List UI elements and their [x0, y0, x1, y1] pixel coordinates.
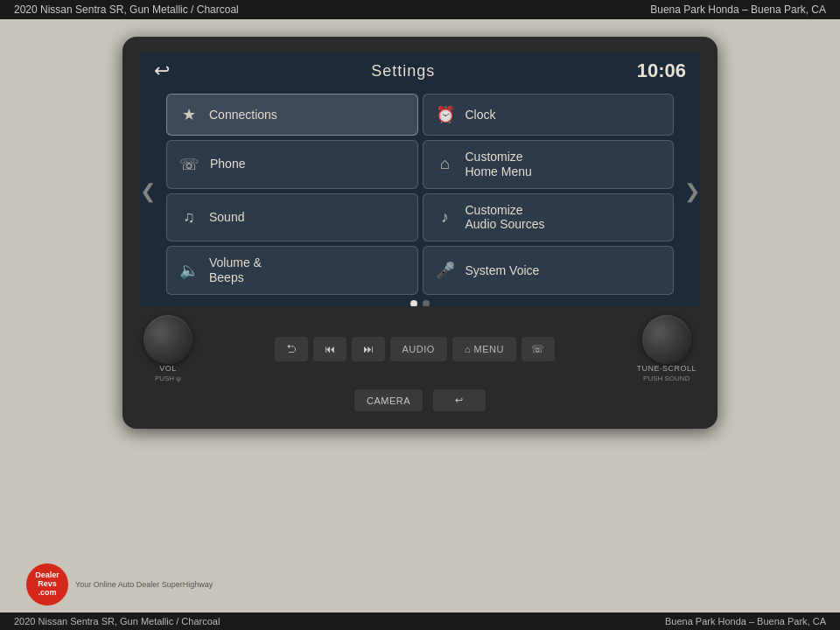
vol-knob[interactable]: [144, 315, 192, 364]
dot-1: [410, 300, 417, 306]
menu-item-system-voice[interactable]: 🎤 System Voice: [423, 246, 675, 295]
back-button[interactable]: ↩: [154, 60, 170, 82]
screen-header: ↩ Settings 10:06: [140, 52, 700, 89]
menu-item-customize-audio[interactable]: ♪ CustomizeAudio Sources: [423, 193, 675, 242]
menu-item-connections[interactable]: ★︎ Connections: [166, 94, 418, 136]
menu-item-clock[interactable]: ⏰ Clock: [423, 94, 675, 136]
back-media-button[interactable]: ⮌: [275, 337, 308, 361]
dot-2: [423, 300, 430, 306]
home-icon: ⌂: [436, 155, 455, 173]
sound-label: Sound: [209, 210, 244, 225]
head-unit: ↩ Settings 10:06 ❮ ★︎ Connections ⏰ Cloc…: [122, 37, 718, 429]
menu-wrapper: ❮ ★︎ Connections ⏰ Clock ☏ Phone: [140, 89, 700, 295]
screen-time: 10:06: [637, 60, 686, 82]
infotainment-screen: ↩ Settings 10:06 ❮ ★︎ Connections ⏰ Cloc…: [140, 52, 700, 306]
push-label-left: PUSH ψ: [155, 374, 181, 382]
tune-knob[interactable]: [642, 315, 691, 364]
menu-button[interactable]: ⌂ MENU: [452, 337, 516, 361]
prev-track-button[interactable]: ⏮: [313, 337, 346, 361]
customize-home-label: CustomizeHome Menu: [466, 150, 532, 179]
menu-grid: ★︎ Connections ⏰ Clock ☏ Phone ⌂ Customi…: [156, 89, 684, 295]
next-track-button[interactable]: ⏭: [352, 337, 385, 361]
push-label-right: PUSH SOUND: [643, 374, 690, 382]
menu-item-volume[interactable]: 🔈 Volume &Beeps: [166, 246, 418, 295]
clock-icon: ⏰: [436, 105, 455, 124]
tune-label: TUNE·SCROLL: [636, 364, 696, 373]
bottom-bar: CAMERA ↩: [140, 389, 700, 411]
clock-label: Clock: [466, 108, 496, 122]
system-voice-label: System Voice: [466, 263, 540, 278]
arrow-right[interactable]: ❯: [684, 180, 700, 203]
arrow-left[interactable]: ❮: [140, 180, 156, 203]
menu-item-sound[interactable]: ♫ Sound: [166, 193, 418, 242]
main-wrapper: · · · ↩ Settings 10:06 ❮ ★︎ Connections: [0, 19, 840, 429]
music-note-icon: ♪: [436, 208, 455, 227]
watermark-logo: DealerRevs.com: [26, 564, 68, 606]
top-bar: 2020 Nissan Sentra SR, Gun Metallic / Ch…: [0, 0, 840, 19]
controls-row: VOL PUSH ψ ⮌ ⏮ ⏭ AUDIO ⌂ MENU ☏ TUNE·SCR…: [140, 315, 700, 382]
page-footer: 2020 Nissan Sentra SR, Gun Metallic / Ch…: [0, 612, 840, 630]
menu-item-phone[interactable]: ☏ Phone: [166, 140, 418, 189]
audio-button[interactable]: AUDIO: [390, 337, 447, 361]
phone-label: Phone: [210, 157, 245, 172]
volume-label: Volume &Beeps: [209, 256, 262, 285]
watermark: DealerRevs.com Your Online Auto Dealer S…: [26, 564, 213, 606]
footer-right: Buena Park Honda – Buena Park, CA: [665, 616, 826, 626]
back2-button[interactable]: ↩: [433, 389, 486, 411]
top-bar-left: 2020 Nissan Sentra SR, Gun Metallic / Ch…: [14, 4, 239, 16]
music-icon: ♫: [179, 208, 199, 227]
screen-title: Settings: [371, 62, 435, 80]
top-bar-right: Buena Park Honda – Buena Park, CA: [650, 4, 826, 16]
mic-icon: 🎤: [436, 261, 455, 280]
footer-left: 2020 Nissan Sentra SR, Gun Metallic / Ch…: [14, 616, 220, 626]
customize-audio-label: CustomizeAudio Sources: [466, 203, 545, 233]
watermark-sub: Your Online Auto Dealer SuperHighway: [75, 579, 213, 591]
speaker-icon: 🔈: [179, 261, 199, 280]
vol-knob-col: VOL PUSH ψ: [144, 315, 192, 382]
phone-icon: ☏: [179, 155, 200, 174]
call-button[interactable]: ☏: [522, 337, 555, 361]
center-controls: ⮌ ⏮ ⏭ AUDIO ⌂ MENU ☏: [192, 337, 636, 361]
page-dots: [140, 295, 700, 306]
menu-item-customize-home[interactable]: ⌂ CustomizeHome Menu: [423, 140, 675, 189]
logo-text: DealerRevs.com: [35, 571, 60, 598]
connections-label: Connections: [209, 108, 277, 122]
vol-label: VOL: [159, 364, 177, 373]
camera-button[interactable]: CAMERA: [354, 389, 423, 411]
bluetooth-icon: ★︎: [179, 105, 199, 124]
tune-knob-col: TUNE·SCROLL PUSH SOUND: [636, 315, 696, 382]
